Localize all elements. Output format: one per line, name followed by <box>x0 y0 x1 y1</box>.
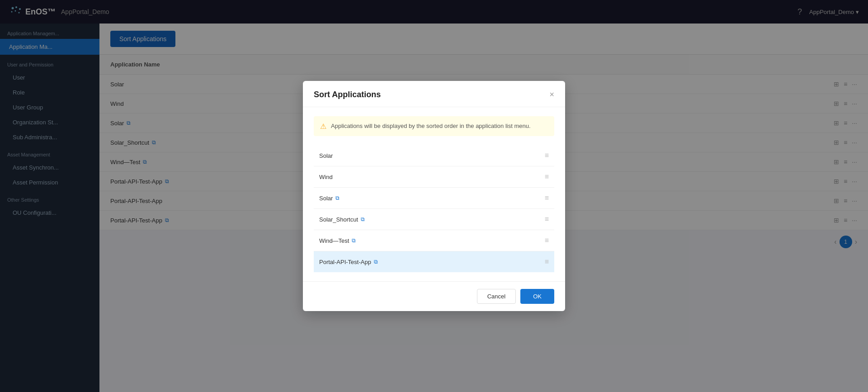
sort-list: Solar ≡ Wind ≡ Solar ⧉ ≡ Solar_Shortcut … <box>314 145 554 272</box>
external-link-icon: ⧉ <box>361 216 365 222</box>
sort-item-wind-test[interactable]: Wind—Test ⧉ ≡ <box>314 230 554 251</box>
sort-item-solar-ext[interactable]: Solar ⧉ ≡ <box>314 188 554 209</box>
sort-item-name: Solar ⧉ <box>319 195 340 202</box>
modal-body: ⚠ Applications will be displayed by the … <box>303 107 565 281</box>
sort-item-name: Portal-API-Test-App ⧉ <box>319 259 378 265</box>
external-link-icon: ⧉ <box>374 259 378 265</box>
cancel-button[interactable]: Cancel <box>477 289 516 304</box>
sort-item-name: Solar_Shortcut ⧉ <box>319 216 365 223</box>
notice-text: Applications will be displayed by the so… <box>331 122 531 131</box>
drag-handle-icon[interactable]: ≡ <box>545 151 549 160</box>
external-link-icon: ⧉ <box>352 237 356 244</box>
drag-handle-icon[interactable]: ≡ <box>545 236 549 245</box>
sort-applications-modal: Sort Applications × ⚠ Applications will … <box>303 81 565 311</box>
sort-item-name: Solar <box>319 152 333 159</box>
sort-item-wind[interactable]: Wind ≡ <box>314 166 554 188</box>
info-icon: ⚠ <box>320 122 326 131</box>
ok-button[interactable]: OK <box>520 289 554 304</box>
external-link-icon: ⧉ <box>335 195 340 201</box>
sort-item-name: Wind—Test ⧉ <box>319 237 356 244</box>
drag-handle-icon[interactable]: ≡ <box>545 173 549 181</box>
sort-item-portal-api[interactable]: Portal-API-Test-App ⧉ ≡ <box>314 251 554 272</box>
sort-item-solar-shortcut[interactable]: Solar_Shortcut ⧉ ≡ <box>314 209 554 230</box>
sort-list-wrapper: Solar ≡ Wind ≡ Solar ⧉ ≡ Solar_Shortcut … <box>314 145 554 272</box>
modal-header: Sort Applications × <box>303 81 565 107</box>
drag-handle-icon[interactable]: ≡ <box>545 194 549 202</box>
modal-overlay: Sort Applications × ⚠ Applications will … <box>0 0 868 392</box>
sort-item-solar[interactable]: Solar ≡ <box>314 145 554 166</box>
modal-footer: Cancel OK <box>303 281 565 311</box>
sort-item-name: Wind <box>319 174 333 180</box>
drag-handle-icon[interactable]: ≡ <box>545 258 549 266</box>
drag-handle-icon[interactable]: ≡ <box>545 215 549 223</box>
modal-close-button[interactable]: × <box>549 90 554 99</box>
modal-notice: ⚠ Applications will be displayed by the … <box>314 116 554 136</box>
modal-title: Sort Applications <box>314 90 381 99</box>
